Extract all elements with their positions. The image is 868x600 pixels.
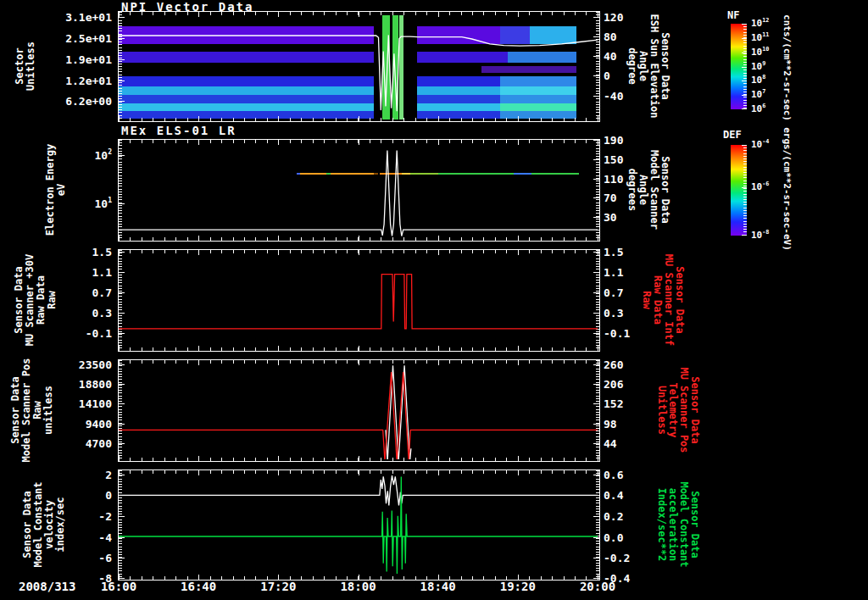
tick-label-right: 0.4 — [604, 489, 656, 502]
colorbar-tick-label: 106 — [751, 103, 765, 114]
tick-label-left: 3.1e+01 — [44, 11, 112, 24]
tick-label-right: -0.2 — [604, 551, 656, 564]
panel-model-scanner-pos-plot — [118, 359, 600, 462]
series-layer — [119, 12, 598, 119]
colorbar-major-tick — [742, 108, 747, 109]
colorbar-major-tick — [742, 24, 747, 25]
series-layer — [119, 360, 598, 459]
colorbar-def — [730, 144, 748, 236]
right-axis-label-npi-vector-data: Sensor Data ESH Sun Elevation Angle degr… — [626, 14, 670, 118]
x-major-tick — [598, 456, 598, 461]
time-tick-label: 16:40 — [181, 580, 216, 593]
colorbar-tick-label: 107 — [751, 88, 765, 100]
time-tick-label: 18:40 — [420, 580, 456, 593]
tick-label-right: 0.2 — [604, 509, 656, 522]
y-axis-label-npi-vector-data: Sector Unitless — [14, 42, 36, 91]
colorbar-major-tick — [742, 95, 747, 96]
tick-label-right: 260 — [604, 358, 656, 370]
colorbar-tick-label: 1012 — [751, 17, 769, 29]
x-major-tick — [598, 236, 598, 241]
x-major-tick — [598, 116, 598, 121]
colorbar-title-def: DEF — [723, 129, 742, 141]
tick-label-left: 23500 — [44, 358, 112, 370]
colorbar-major-tick — [742, 81, 747, 81]
colorbar-tick-label: 108 — [751, 75, 765, 86]
tick-label-right: 190 — [604, 134, 656, 147]
time-tick-label: 18:00 — [340, 580, 376, 593]
right-axis-label-model-scanner-pos: Sensor Data MU Scanner Pos Telemetry Uni… — [656, 367, 700, 453]
tick-label-left: -8 — [44, 571, 112, 584]
tick-label-right: 0.0 — [604, 531, 656, 543]
colorbar-tick-label: 10-4 — [751, 138, 769, 150]
series-layer — [119, 140, 598, 239]
tick-label-left: 14100 — [44, 397, 112, 410]
panel-title-mex-els: MEx ELS-01 LR — [121, 124, 236, 137]
series-esh-sun-elevation-angle — [119, 35, 598, 111]
y-axis-label-model-constant: Sensor Data Model Constant velocity inde… — [22, 481, 66, 567]
panel-mu-scanner-30v-plot — [118, 249, 600, 352]
panel-npi-vector-data-plot — [118, 11, 600, 122]
right-axis-label-model-constant: Sensor Data Model Constant acceleration … — [656, 481, 700, 567]
tick-label-left: 2 — [44, 468, 112, 481]
y-axis-label-mu-scanner-30v: Sensor Data MU Scanner +30V Raw Data Raw — [14, 253, 58, 345]
colorbar-major-tick — [742, 145, 747, 146]
colorbar-unit-nf: cnts/(cm**2-sr-sec) — [782, 14, 793, 121]
series-model-constant-velocity — [119, 475, 598, 505]
time-tick-label: 19:20 — [500, 580, 536, 593]
series-layer — [119, 250, 598, 349]
tick-label-right: 98 — [604, 417, 656, 430]
panel-mex-els-01-lr-plot — [118, 139, 600, 242]
tick-label-left: 4700 — [44, 437, 112, 450]
colorbar-major-tick — [742, 235, 747, 236]
series-model-scanner-angle — [119, 151, 598, 236]
tick-label-left: 9400 — [44, 417, 112, 430]
tick-label-left: 2.5e+01 — [44, 32, 112, 45]
colorbar-tick-label: 1010 — [751, 46, 769, 58]
right-axis-label-mex-els-01-lr: Sensor Data Model Scanner Angle degrees — [626, 150, 670, 230]
colorbar-title-nf: NF — [727, 9, 739, 21]
y-axis-label-mex-els-01-lr: Electron Energy eV — [45, 143, 67, 235]
tick-label-left: 18800 — [44, 378, 112, 391]
right-axis-label-mu-scanner-30v: Sensor Data MU Scanner Intf Raw Data Raw — [641, 253, 685, 345]
colorbar-tick-label: 10-8 — [751, 229, 769, 241]
series-layer — [119, 470, 598, 578]
series-mu-scanner-intf-raw — [119, 275, 598, 329]
panel-model-constant-plot — [118, 469, 600, 581]
colorbar-major-tick — [742, 67, 747, 68]
colorbar-major-tick — [742, 38, 747, 39]
tick-label-right: 0.6 — [604, 468, 656, 481]
tick-label-right: -0.4 — [604, 571, 656, 584]
colorbar-major-tick — [742, 53, 747, 53]
colorbar-tick-label: 10-6 — [751, 181, 769, 192]
tick-label-right: 44 — [604, 437, 656, 450]
colorbar-minor-ticks — [743, 145, 747, 236]
colorbar-tick-label: 109 — [751, 60, 765, 72]
tick-label-left: 1.2e+01 — [44, 74, 112, 86]
colorbar-major-tick — [742, 187, 747, 188]
tick-label-left: 6.2e+00 — [44, 95, 112, 108]
x-major-tick — [598, 346, 598, 351]
tick-label-left: 1.9e+01 — [44, 53, 112, 65]
series-mu-scanner-pos-telemetry — [119, 372, 598, 459]
series-model-constant-acceleration — [119, 476, 598, 574]
science-plot-window: NPI Vector Data MEx ELS-01 LR 2008/313 N… — [0, 0, 868, 600]
y-axis-label-model-scanner-pos: Sensor Data Model Scanner Pos Raw unitle… — [10, 358, 54, 462]
colorbar-tick-label: 1011 — [751, 31, 769, 43]
tick-label-right: 206 — [604, 378, 656, 391]
colorbar-nf — [730, 23, 748, 110]
colorbar-unit-def: ergs/(cm**2-sr-sec-eV) — [782, 127, 793, 251]
time-tick-label: 17:20 — [260, 580, 296, 593]
tick-label-right: 152 — [604, 397, 656, 410]
